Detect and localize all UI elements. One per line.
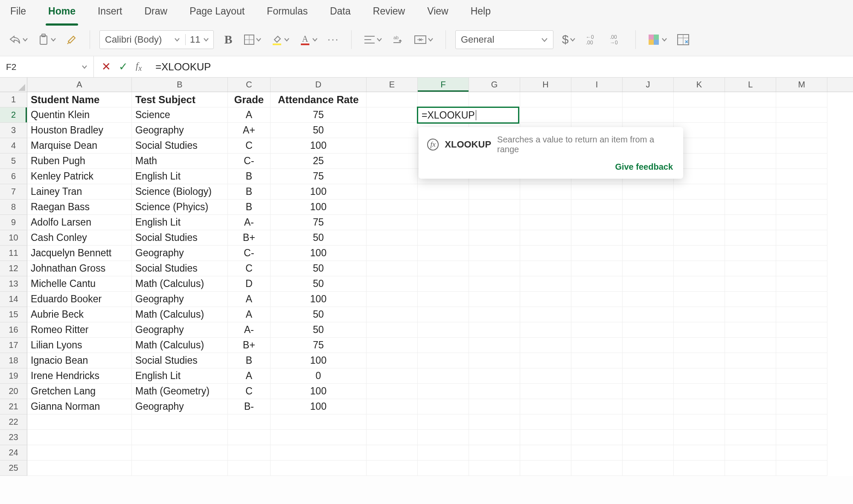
cell-C17[interactable]: B+ xyxy=(228,338,271,353)
cell-K2[interactable] xyxy=(674,107,725,123)
cell-L12[interactable] xyxy=(725,261,776,276)
cell-B14[interactable]: Geography xyxy=(132,292,228,307)
cell-H22[interactable] xyxy=(520,414,571,430)
cell-E2[interactable] xyxy=(367,107,418,123)
cell-E5[interactable] xyxy=(367,154,418,169)
cell-C4[interactable]: C xyxy=(228,138,271,154)
cell-F10[interactable] xyxy=(418,230,469,246)
format-painter-button[interactable] xyxy=(63,30,80,49)
cell-D21[interactable]: 100 xyxy=(271,399,367,414)
col-header-E[interactable]: E xyxy=(367,78,418,92)
cell-I15[interactable] xyxy=(571,307,623,322)
cell-E11[interactable] xyxy=(367,246,418,261)
cell-D5[interactable]: 25 xyxy=(271,154,367,169)
col-header-C[interactable]: C xyxy=(228,78,271,92)
cell-J20[interactable] xyxy=(623,384,674,399)
col-header-I[interactable]: I xyxy=(571,78,623,92)
cell-F16[interactable] xyxy=(418,322,469,338)
cell-J10[interactable] xyxy=(623,230,674,246)
row-header-20[interactable]: 20 xyxy=(0,384,27,399)
cell-D10[interactable]: 50 xyxy=(271,230,367,246)
cell-D12[interactable]: 50 xyxy=(271,261,367,276)
cell-I16[interactable] xyxy=(571,322,623,338)
cell-E4[interactable] xyxy=(367,138,418,154)
cell-B2[interactable]: Science xyxy=(132,107,228,123)
cell-I25[interactable] xyxy=(571,461,623,476)
cell-M6[interactable] xyxy=(776,169,827,184)
cell-L20[interactable] xyxy=(725,384,776,399)
cell-F14[interactable] xyxy=(418,292,469,307)
cell-L4[interactable] xyxy=(725,138,776,154)
cell-C16[interactable]: A- xyxy=(228,322,271,338)
cell-L23[interactable] xyxy=(725,430,776,445)
cell-M18[interactable] xyxy=(776,353,827,368)
cell-J14[interactable] xyxy=(623,292,674,307)
cell-B3[interactable]: Geography xyxy=(132,123,228,138)
tab-file[interactable]: File xyxy=(8,1,29,21)
row-header-14[interactable]: 14 xyxy=(0,292,27,307)
cell-H24[interactable] xyxy=(520,445,571,461)
cell-H9[interactable] xyxy=(520,215,571,230)
cell-G10[interactable] xyxy=(469,230,520,246)
fill-color-button[interactable] xyxy=(268,30,292,49)
cell-E25[interactable] xyxy=(367,461,418,476)
cell-D13[interactable]: 50 xyxy=(271,276,367,292)
increase-decimal-button[interactable]: ←0.00 xyxy=(582,30,602,49)
cell-G16[interactable] xyxy=(469,322,520,338)
cell-E8[interactable] xyxy=(367,200,418,215)
font-color-button[interactable]: A xyxy=(297,30,320,49)
cell-M20[interactable] xyxy=(776,384,827,399)
cell-J12[interactable] xyxy=(623,261,674,276)
col-header-K[interactable]: K xyxy=(674,78,725,92)
tab-data[interactable]: Data xyxy=(327,1,353,21)
bold-button[interactable]: B xyxy=(220,30,237,49)
cell-M23[interactable] xyxy=(776,430,827,445)
cell-G23[interactable] xyxy=(469,430,520,445)
col-header-D[interactable]: D xyxy=(271,78,367,92)
cell-H14[interactable] xyxy=(520,292,571,307)
cell-I12[interactable] xyxy=(571,261,623,276)
cell-K24[interactable] xyxy=(674,445,725,461)
cell-K14[interactable] xyxy=(674,292,725,307)
cell-H23[interactable] xyxy=(520,430,571,445)
cell-G1[interactable] xyxy=(469,92,520,107)
name-box[interactable]: F2 xyxy=(0,56,94,77)
cell-K22[interactable] xyxy=(674,414,725,430)
cell-A23[interactable] xyxy=(27,430,132,445)
cell-K18[interactable] xyxy=(674,353,725,368)
paste-button[interactable] xyxy=(35,30,59,49)
cell-G11[interactable] xyxy=(469,246,520,261)
cell-G7[interactable] xyxy=(469,184,520,200)
cell-K8[interactable] xyxy=(674,200,725,215)
cell-H25[interactable] xyxy=(520,461,571,476)
row-header-4[interactable]: 4 xyxy=(0,138,27,154)
col-header-G[interactable]: G xyxy=(469,78,520,92)
cell-K15[interactable] xyxy=(674,307,725,322)
row-header-7[interactable]: 7 xyxy=(0,184,27,200)
cell-I7[interactable] xyxy=(571,184,623,200)
tab-draw[interactable]: Draw xyxy=(142,1,170,21)
cell-K9[interactable] xyxy=(674,215,725,230)
cell-D1[interactable]: Attendance Rate xyxy=(271,92,367,107)
cell-H18[interactable] xyxy=(520,353,571,368)
cell-F18[interactable] xyxy=(418,353,469,368)
cell-D18[interactable]: 100 xyxy=(271,353,367,368)
cell-K20[interactable] xyxy=(674,384,725,399)
cell-G22[interactable] xyxy=(469,414,520,430)
cell-M11[interactable] xyxy=(776,246,827,261)
cell-H20[interactable] xyxy=(520,384,571,399)
format-table-button[interactable] xyxy=(674,30,692,49)
cell-G17[interactable] xyxy=(469,338,520,353)
row-header-25[interactable]: 25 xyxy=(0,461,27,476)
cell-J8[interactable] xyxy=(623,200,674,215)
row-header-24[interactable]: 24 xyxy=(0,445,27,461)
cell-E19[interactable] xyxy=(367,368,418,384)
row-header-16[interactable]: 16 xyxy=(0,322,27,338)
cell-M13[interactable] xyxy=(776,276,827,292)
cell-K13[interactable] xyxy=(674,276,725,292)
cell-D6[interactable]: 75 xyxy=(271,169,367,184)
cell-E17[interactable] xyxy=(367,338,418,353)
cell-L2[interactable] xyxy=(725,107,776,123)
cell-F19[interactable] xyxy=(418,368,469,384)
row-header-11[interactable]: 11 xyxy=(0,246,27,261)
